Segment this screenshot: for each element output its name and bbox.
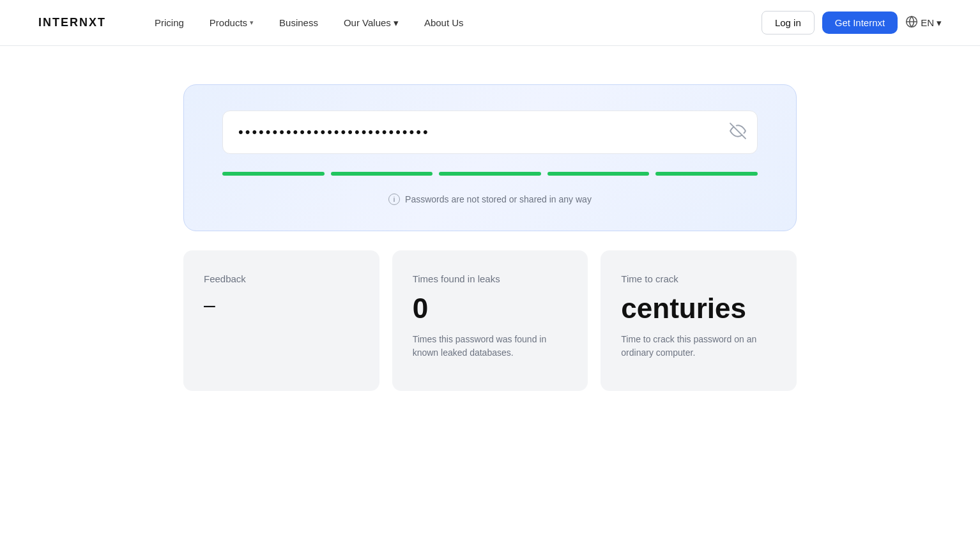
strength-bars	[222, 172, 758, 176]
lang-chevron-icon: ▾	[937, 17, 942, 29]
password-input[interactable]	[222, 110, 758, 154]
stat-label-leaks: Times found in leaks	[413, 273, 568, 284]
globe-icon	[905, 15, 918, 30]
main-content: i Passwords are not stored or shared in …	[0, 46, 980, 416]
stat-card-feedback: Feedback –	[183, 250, 379, 391]
nav-label-our-values: Our Values	[344, 17, 391, 29]
login-button[interactable]: Log in	[762, 11, 815, 34]
nav-item-about-us[interactable]: About Us	[414, 12, 474, 33]
stat-card-crack-time: Time to crack centuries Time to crack th…	[601, 250, 797, 391]
header: INTERNXT Pricing Products ▾ Business Our…	[0, 0, 980, 46]
stat-card-leaks: Times found in leaks 0 Times this passwo…	[392, 250, 588, 391]
stats-grid: Feedback – Times found in leaks 0 Times …	[183, 250, 797, 391]
stat-value-feedback: –	[204, 294, 359, 315]
strength-bar-2	[331, 172, 433, 176]
stat-description-leaks: Times this password was found in known l…	[413, 333, 568, 360]
main-nav: Pricing Products ▾ Business Our Values ▾…	[144, 11, 762, 34]
get-internxt-button[interactable]: Get Internxt	[822, 11, 898, 34]
language-selector[interactable]: EN ▾	[905, 15, 942, 30]
stat-value-leaks: 0	[413, 294, 568, 323]
password-input-wrapper	[222, 110, 758, 154]
chevron-down-icon-values: ▾	[394, 17, 399, 29]
info-text: i Passwords are not stored or shared in …	[388, 194, 592, 205]
eye-off-icon[interactable]	[730, 123, 746, 142]
nav-item-our-values[interactable]: Our Values ▾	[333, 11, 409, 34]
stat-label-crack-time: Time to crack	[621, 273, 776, 284]
nav-item-business[interactable]: Business	[269, 12, 328, 33]
strength-bar-3	[439, 172, 541, 176]
nav-item-pricing[interactable]: Pricing	[144, 12, 194, 33]
stat-value-crack-time: centuries	[621, 294, 776, 323]
nav-label-pricing: Pricing	[155, 17, 184, 28]
nav-label-business: Business	[279, 17, 318, 28]
chevron-down-icon: ▾	[250, 19, 254, 27]
nav-label-products: Products	[210, 17, 247, 28]
header-right: Log in Get Internxt EN ▾	[762, 11, 942, 34]
stat-label-feedback: Feedback	[204, 273, 359, 284]
nav-label-about-us: About Us	[424, 17, 464, 28]
logo[interactable]: INTERNXT	[38, 16, 106, 29]
strength-bar-4	[547, 172, 650, 176]
password-checker-card: i Passwords are not stored or shared in …	[183, 84, 797, 231]
info-icon: i	[388, 194, 400, 205]
lang-label: EN	[921, 17, 934, 28]
strength-bar-1	[222, 172, 325, 176]
info-label: Passwords are not stored or shared in an…	[405, 194, 592, 204]
strength-bar-5	[655, 172, 758, 176]
stat-description-crack-time: Time to crack this password on an ordina…	[621, 333, 776, 360]
nav-item-products[interactable]: Products ▾	[199, 12, 264, 33]
